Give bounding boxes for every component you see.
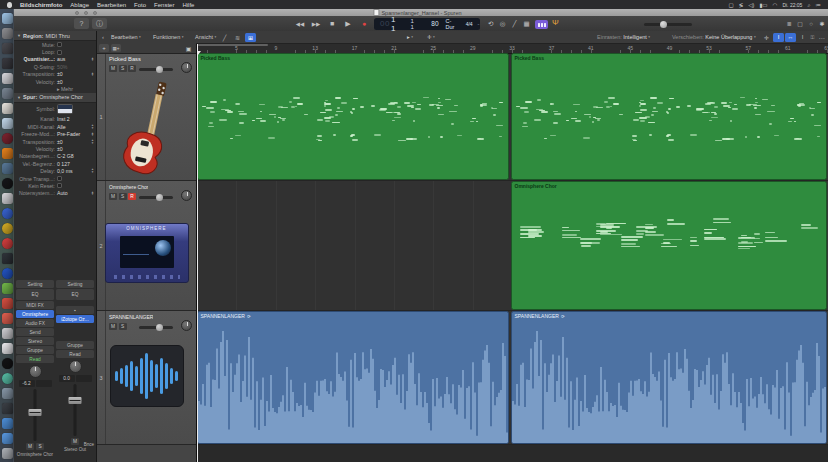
pan-knob[interactable] <box>69 360 82 373</box>
flex-icon[interactable]: ≋ <box>232 33 243 42</box>
value-stepper[interactable]: ▲▼ <box>91 168 94 173</box>
strip-slot-gruppe[interactable]: Gruppe <box>16 346 54 354</box>
dock-icon-siri[interactable] <box>2 208 13 219</box>
dock-icon-notes[interactable] <box>2 103 13 114</box>
minimize-button[interactable] <box>84 11 88 15</box>
duplicate-track-button[interactable]: ▦+ <box>111 44 121 52</box>
snap-menu[interactable]: Einrasten: Intelligent ▾ <box>597 31 650 43</box>
strip-slot-setting[interactable]: Setting <box>56 280 94 288</box>
value-stepper[interactable]: ▲▼ <box>91 132 94 137</box>
region-picked-bass[interactable]: Picked Bass <box>197 53 509 180</box>
display-icon[interactable]: ▢ <box>728 2 733 8</box>
dock-icon-folder-blue-2[interactable] <box>2 433 13 444</box>
strip-slot-stereo[interactable]: Stereo <box>16 337 54 345</box>
quick-help-icon[interactable]: ? <box>74 18 89 29</box>
empty-lane-area[interactable] <box>197 445 828 462</box>
stop-button[interactable]: ■ <box>325 18 339 29</box>
play-button[interactable]: ▶ <box>341 18 355 29</box>
menu-item-bildschirmfoto[interactable]: Bildschirmfoto <box>20 2 62 8</box>
region-spannenlanger[interactable]: SPANNENLANGER⟳ <box>511 311 827 444</box>
close-button[interactable] <box>75 11 79 15</box>
lcd-mode-caret[interactable]: ⌄ <box>477 21 480 26</box>
dock-icon-green-app[interactable] <box>2 283 13 294</box>
musical-typing-icon[interactable] <box>535 20 548 29</box>
strip-slot-setting[interactable]: Setting <box>16 280 54 288</box>
track-s-button[interactable]: S <box>119 323 127 330</box>
inspector-row[interactable]: Symbol: <box>14 103 96 116</box>
dock-icon-system-settings[interactable] <box>2 28 13 39</box>
track-name[interactable]: Omnisphere Chor <box>109 184 148 190</box>
wifi-icon[interactable]: ◠ <box>773 2 778 8</box>
volume-fader[interactable] <box>56 384 94 436</box>
tuner-icon[interactable]: Ψ <box>552 18 559 27</box>
dock-icon-red-x-app[interactable] <box>2 238 13 249</box>
track-m-button[interactable]: M <box>109 65 117 72</box>
flex-tool-icon[interactable]: ↔ <box>785 33 796 42</box>
value-stepper[interactable]: ▲▼ <box>91 57 94 62</box>
track-name[interactable]: SPANNENLANGER <box>109 314 153 320</box>
track-s-button[interactable]: S <box>119 193 127 200</box>
dock-icon-red-app-1[interactable] <box>2 298 13 309</box>
strip-m-button[interactable]: M <box>71 438 79 445</box>
track-name[interactable]: Picked Bass <box>109 56 141 62</box>
move-tool-icon[interactable]: ✛ <box>761 33 772 42</box>
lcd-signature[interactable]: 4/4 <box>466 21 473 27</box>
dock-icon-recorder[interactable] <box>2 178 13 189</box>
inspector-toggle-icon[interactable]: ⓘ <box>92 18 107 29</box>
automation-icon[interactable]: ╱ <box>219 33 230 42</box>
strip-s-button[interactable]: S <box>36 443 44 450</box>
tracks-menu-ansicht[interactable]: Ansicht▾ <box>195 31 216 43</box>
track-r-button[interactable]: R <box>128 193 136 200</box>
track-m-button[interactable]: M <box>109 193 117 200</box>
strip-slot-omnisphere[interactable]: Omnisphere <box>16 310 54 318</box>
volume-value[interactable]: -6.2 <box>19 380 35 387</box>
inspector-row[interactable]: Kein Reset: <box>14 182 96 189</box>
menu-item-hilfe[interactable]: Hilfe <box>182 2 194 8</box>
track-m-button[interactable]: M <box>109 323 117 330</box>
record-button[interactable]: ● <box>357 18 371 29</box>
dock-icon-music[interactable] <box>2 133 13 144</box>
add-track-button[interactable]: + <box>99 44 109 52</box>
cycle-icon[interactable]: ⟲ <box>485 18 496 29</box>
forward-button[interactable]: ▶▶ <box>309 18 323 29</box>
inspector-row[interactable]: Q-Swing:50% <box>14 63 96 70</box>
region-picked-bass[interactable]: Picked Bass <box>511 53 827 180</box>
dock-icon-documents-app[interactable] <box>2 73 13 84</box>
inspector-row[interactable]: MIDI-Kanal:Alle▲▼ <box>14 123 96 130</box>
marquee-tool-icon[interactable]: I <box>773 33 784 42</box>
track-header-omnisphere-chor[interactable]: 2Omnisphere ChorMSROMNISPHERE <box>97 181 196 311</box>
more-tools-icon[interactable]: ⋯ <box>816 33 827 42</box>
inspector-row[interactable]: Notenbegren...:C-2 G8 <box>14 153 96 160</box>
dock-icon-color-wheel[interactable] <box>2 373 13 384</box>
dock-icon-red-app-2[interactable] <box>2 313 13 324</box>
track-volume-slider[interactable] <box>139 196 173 199</box>
dock-icon-vlc[interactable] <box>2 148 13 159</box>
dock-icon-photos[interactable] <box>2 193 13 204</box>
master-volume-slider[interactable] <box>644 23 692 26</box>
track-header-spannenlanger[interactable]: 3SPANNENLANGERMS <box>97 311 196 445</box>
lcd-key[interactable]: C-Dur <box>446 18 460 30</box>
arrange-area[interactable]: 591317212529333741454953576165Picked Bas… <box>197 31 828 462</box>
inspector-section-header[interactable]: ▼Spur: Omnisphere Chor <box>14 93 96 103</box>
region-omnisphere-chor[interactable]: Omnisphere Chor <box>511 181 827 310</box>
track-header-picked-bass[interactable]: 1Picked BassMSR <box>97 53 196 181</box>
menu-item-foto[interactable]: Foto <box>134 2 146 8</box>
menu-item-fenster[interactable]: Fenster <box>154 2 174 8</box>
strip-m-button[interactable]: M <box>26 443 34 450</box>
checkbox[interactable] <box>57 42 62 47</box>
strip-slot-gruppe[interactable]: Gruppe <box>56 341 94 349</box>
inspector-row[interactable]: Kanal:Inst 2 <box>14 116 96 123</box>
track-pan-knob[interactable] <box>181 62 192 73</box>
track-s-button[interactable]: S <box>119 65 127 72</box>
count-in-icon[interactable]: ▦ <box>521 18 532 29</box>
apple-menu-icon[interactable] <box>7 2 12 8</box>
dock-icon-slate-app[interactable] <box>2 163 13 174</box>
inspector-row[interactable]: Notensystem...:Auto▲▼ <box>14 190 96 197</box>
strip-slot-eq[interactable]: EQ <box>16 289 54 300</box>
dock-icon-bootcamp[interactable] <box>2 268 13 279</box>
value-stepper[interactable]: ▲▼ <box>91 191 94 196</box>
inspector-row[interactable]: Transposition:±0▲▼ <box>14 71 96 78</box>
menu-bar-clock[interactable]: Di. 22:05 <box>782 2 802 8</box>
track-zoom-icon[interactable]: ▣ <box>184 44 193 52</box>
replace-icon[interactable]: ╱ <box>509 18 520 29</box>
